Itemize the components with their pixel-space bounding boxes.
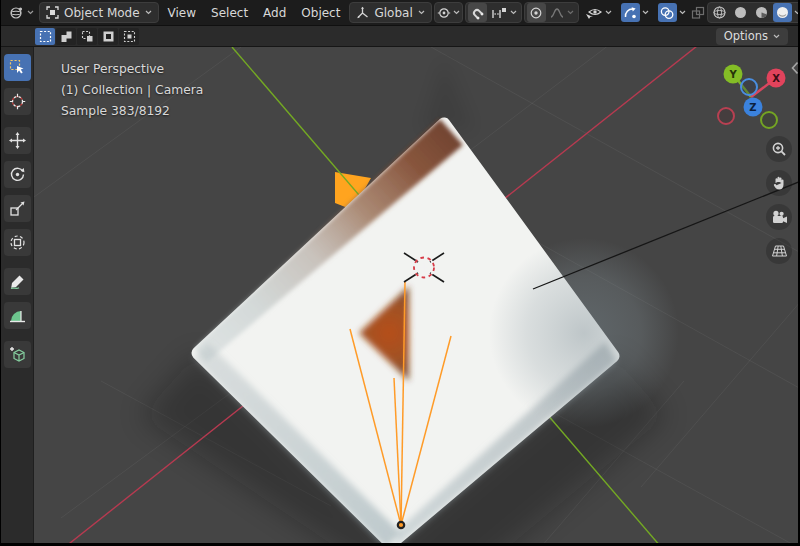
camera-view-button[interactable] bbox=[766, 204, 792, 230]
menu-add[interactable]: Add bbox=[256, 3, 293, 23]
tool-cursor[interactable] bbox=[4, 88, 31, 115]
select-mode-extend[interactable] bbox=[56, 28, 76, 45]
options-dropdown[interactable]: Options bbox=[716, 28, 788, 45]
proportional-editing-icon bbox=[529, 6, 543, 20]
navigation-gizmo[interactable]: Y X Z bbox=[701, 50, 798, 140]
shading-rendered-button[interactable] bbox=[773, 3, 792, 22]
chevron-down-icon bbox=[794, 10, 800, 15]
visibility-eye-icon bbox=[585, 6, 602, 20]
select-mode-group bbox=[35, 28, 139, 45]
camera-origin-point[interactable] bbox=[398, 522, 404, 528]
tool-measure[interactable] bbox=[4, 302, 31, 329]
menu-select[interactable]: Select bbox=[204, 3, 255, 23]
zoom-magnifier-icon bbox=[771, 141, 787, 157]
tool-settings-bar: Options bbox=[1, 26, 798, 47]
tool-rotate[interactable] bbox=[4, 161, 31, 188]
gizmos-group bbox=[617, 3, 653, 23]
gizmo-axis-x[interactable]: X bbox=[767, 69, 786, 88]
snap-target-icon bbox=[491, 6, 507, 20]
svg-text:Z: Z bbox=[749, 102, 756, 113]
shading-mode-group bbox=[707, 2, 800, 23]
tool-move[interactable] bbox=[4, 127, 31, 154]
proportional-edit-group bbox=[524, 2, 579, 23]
add-cube-icon bbox=[9, 346, 26, 363]
xray-toggle[interactable] bbox=[691, 3, 705, 22]
select-mode-invert[interactable] bbox=[98, 28, 118, 45]
chevron-down-icon bbox=[679, 10, 686, 15]
tool-select-box[interactable] bbox=[4, 54, 31, 81]
shading-wireframe-button[interactable] bbox=[710, 3, 729, 22]
object-mode-icon bbox=[46, 6, 59, 19]
zoom-button[interactable] bbox=[766, 136, 792, 162]
menu-object[interactable]: Object bbox=[294, 3, 347, 23]
material-preview-shading-icon bbox=[754, 5, 769, 20]
show-object-types-dropdown[interactable] bbox=[581, 3, 616, 23]
snap-toggle-button[interactable] bbox=[468, 3, 487, 22]
chevron-down-icon bbox=[510, 10, 517, 15]
select-box-icon bbox=[9, 59, 26, 76]
overlays-toggle[interactable] bbox=[658, 3, 677, 22]
select-mode-set[interactable] bbox=[35, 28, 55, 45]
overlays-icon bbox=[660, 6, 674, 20]
tool-scale[interactable] bbox=[4, 195, 31, 222]
relation-line bbox=[533, 181, 798, 289]
toggle-perspective-button[interactable] bbox=[766, 238, 792, 264]
pivot-point-icon bbox=[437, 6, 451, 20]
pivot-point-dropdown[interactable] bbox=[434, 2, 463, 23]
movie-camera-icon bbox=[771, 210, 788, 225]
shading-material-button[interactable] bbox=[752, 3, 771, 22]
chevron-down-icon bbox=[418, 10, 425, 15]
viewport-3d[interactable]: User Perspective (1) Collection | Camera… bbox=[34, 47, 798, 543]
rendered-shading-icon bbox=[775, 5, 790, 20]
chevron-down-icon bbox=[27, 10, 34, 15]
blender-window: Object Mode View Select Add Object Globa… bbox=[0, 0, 800, 546]
sidebar-expand-chevron[interactable] bbox=[791, 61, 798, 75]
gizmo-axis-neg-x[interactable] bbox=[718, 108, 734, 124]
chevron-down-icon bbox=[642, 10, 649, 15]
scene-render bbox=[34, 47, 798, 543]
wireframe-shading-icon bbox=[712, 5, 727, 20]
mode-dropdown[interactable]: Object Mode bbox=[39, 2, 159, 23]
cursor-tool-icon bbox=[9, 93, 26, 110]
cube-right-corner-shading bbox=[489, 238, 679, 428]
tool-add-cube[interactable] bbox=[4, 341, 31, 368]
select-mode-subtract[interactable] bbox=[77, 28, 97, 45]
mode-label: Object Mode bbox=[64, 6, 140, 20]
rotate-tool-icon bbox=[9, 166, 26, 183]
overlays-group bbox=[654, 3, 690, 23]
svg-text:X: X bbox=[772, 73, 780, 84]
chevron-down-icon bbox=[453, 10, 460, 15]
toolbar bbox=[1, 47, 34, 543]
measure-protractor-icon bbox=[9, 307, 26, 324]
gizmo-axis-neg-z[interactable] bbox=[741, 79, 757, 95]
grid-icon bbox=[771, 244, 788, 258]
solid-shading-icon bbox=[733, 5, 748, 20]
select-mode-intersect[interactable] bbox=[119, 28, 139, 45]
gizmos-toggle[interactable] bbox=[621, 3, 640, 22]
snap-target-dropdown[interactable] bbox=[489, 3, 519, 23]
transform-orientation-icon bbox=[356, 6, 369, 19]
menu-view[interactable]: View bbox=[161, 3, 203, 23]
options-label: Options bbox=[724, 29, 768, 43]
gizmo-axis-neg-y[interactable] bbox=[761, 112, 777, 128]
viewport-header: Object Mode View Select Add Object Globa… bbox=[1, 0, 798, 26]
move-tool-icon bbox=[9, 132, 26, 149]
pan-button[interactable] bbox=[766, 170, 792, 196]
hand-icon bbox=[771, 175, 787, 191]
transform-orientation-dropdown[interactable]: Global bbox=[349, 2, 431, 23]
proportional-editing-toggle[interactable] bbox=[527, 3, 546, 22]
editor-type-button[interactable] bbox=[5, 3, 38, 23]
falloff-curve-icon bbox=[550, 7, 564, 19]
viewport-nav-buttons bbox=[766, 136, 792, 264]
gizmo-axis-z[interactable]: Z bbox=[744, 98, 763, 117]
chevron-down-icon bbox=[773, 34, 780, 39]
shading-solid-button[interactable] bbox=[731, 3, 750, 22]
falloff-dropdown[interactable] bbox=[548, 3, 576, 23]
tool-annotate[interactable] bbox=[4, 268, 31, 295]
snapping-group bbox=[465, 2, 522, 23]
snap-magnet-icon bbox=[470, 6, 484, 20]
gizmo-axis-y[interactable]: Y bbox=[724, 65, 743, 84]
editor-3d-viewport-icon bbox=[9, 6, 24, 20]
annotate-pencil-icon bbox=[9, 273, 26, 290]
tool-transform[interactable] bbox=[4, 229, 31, 256]
